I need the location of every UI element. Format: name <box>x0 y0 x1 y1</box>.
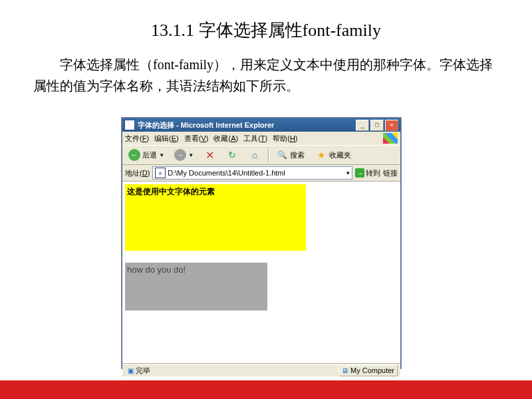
back-arrow-icon <box>128 149 140 161</box>
page-content: 这是使用中文字体的元素 how do you do! <box>122 182 400 364</box>
slide-title: 13.1.1 字体选择属性font-family <box>0 19 532 42</box>
ie-page-icon: e <box>155 168 166 178</box>
favorites-label: 收藏夹 <box>329 150 351 160</box>
menu-help[interactable]: 帮助(H) <box>273 134 297 144</box>
search-label: 搜索 <box>290 150 305 160</box>
status-left: ▣ 完毕 <box>125 366 336 376</box>
window-title: 字体的选择 - Microsoft Internet Explorer <box>138 120 354 130</box>
back-button[interactable]: 后退 ▾ <box>125 147 167 163</box>
yellow-text-box: 这是使用中文字体的元素 <box>125 184 306 251</box>
forward-button[interactable]: ▾ <box>171 147 196 163</box>
star-icon <box>315 149 327 161</box>
chevron-down-icon: ▾ <box>190 152 193 158</box>
minimize-button[interactable]: _ <box>356 120 369 131</box>
ie-browser-window: e 字体的选择 - Microsoft Internet Explorer _ … <box>122 118 401 368</box>
titlebar[interactable]: e 字体的选择 - Microsoft Internet Explorer _ … <box>122 118 400 132</box>
go-button[interactable]: → 转到 <box>355 168 380 178</box>
computer-icon: 🖥 <box>342 367 348 374</box>
maximize-button[interactable]: □ <box>370 120 384 131</box>
refresh-icon <box>226 149 238 161</box>
windows-flag-icon <box>383 133 398 144</box>
favorites-button[interactable]: 收藏夹 <box>312 147 354 163</box>
close-button[interactable]: × <box>385 120 398 131</box>
menubar: 文件(F) 编辑(E) 查看(V) 收藏(A) 工具(T) 帮助(H) <box>122 132 400 145</box>
menu-edit[interactable]: 编辑(E) <box>154 134 179 144</box>
gray-text-box: how do you do! <box>125 263 267 311</box>
stop-icon <box>203 149 215 161</box>
status-zone-text: My Computer <box>350 366 394 374</box>
forward-arrow-icon <box>174 149 186 161</box>
links-button[interactable]: 链接 <box>383 168 398 178</box>
go-arrow-icon: → <box>355 168 364 178</box>
chevron-down-icon: ▾ <box>160 152 164 158</box>
back-label: 后退 <box>142 150 157 160</box>
menu-file[interactable]: 文件(F) <box>125 134 149 144</box>
addressbar: 地址(D) e D:\My Documents\14\Untitled-1.ht… <box>122 165 400 182</box>
done-icon: ▣ <box>128 367 134 374</box>
status-done-text: 完毕 <box>136 366 150 376</box>
search-icon <box>276 149 288 161</box>
ie-app-icon: e <box>124 120 135 130</box>
stop-button[interactable] <box>200 147 219 163</box>
footer-bar <box>0 380 532 399</box>
dropdown-icon[interactable]: ▾ <box>346 170 350 176</box>
address-path: D:\My Documents\14\Untitled-1.html <box>168 169 285 177</box>
statusbar: ▣ 完毕 🖥 My Computer <box>122 364 400 376</box>
menu-view[interactable]: 查看(V) <box>184 134 209 144</box>
menu-favorites[interactable]: 收藏(A) <box>213 134 238 144</box>
address-input[interactable]: e D:\My Documents\14\Untitled-1.html ▾ <box>152 166 352 180</box>
toolbar: 后退 ▾ ▾ 搜索 收藏夹 <box>122 145 400 165</box>
search-button[interactable]: 搜索 <box>273 147 308 163</box>
home-button[interactable] <box>245 147 264 163</box>
status-zone: 🖥 My Computer <box>338 365 398 376</box>
slide-body-text: 字体选择属性（font-family），用来定义文本中使用的那种字体。字体选择属… <box>33 54 499 96</box>
home-icon <box>249 149 261 161</box>
address-label: 地址(D) <box>125 168 150 178</box>
go-label: 转到 <box>366 168 380 178</box>
menu-tools[interactable]: 工具(T) <box>243 134 267 144</box>
toolbar-separator <box>268 148 269 162</box>
refresh-button[interactable] <box>223 147 241 163</box>
